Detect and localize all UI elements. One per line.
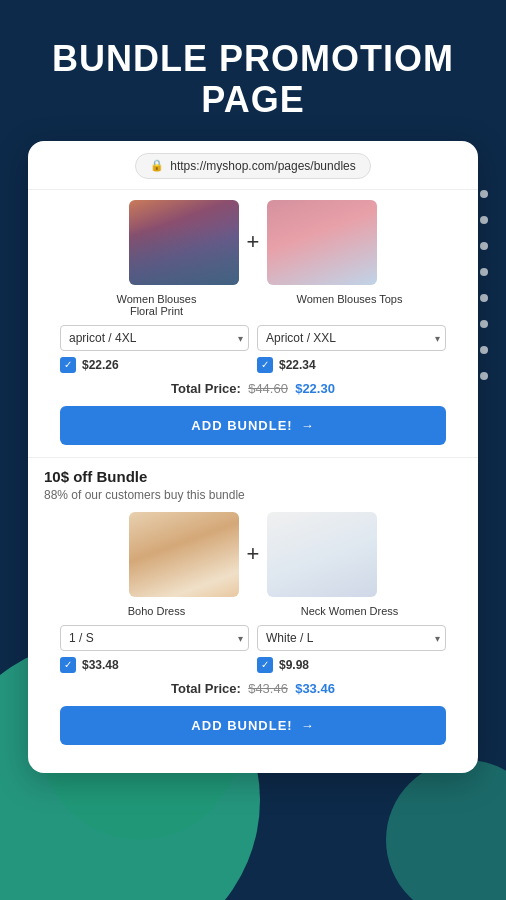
section-divider	[28, 457, 478, 458]
bundle1-product2-image	[267, 200, 377, 285]
bundle1-price1: $22.26	[82, 358, 119, 372]
bundle1-product-labels: Women Blouses Floral Print Women Blouses…	[60, 293, 446, 317]
bundle2-variant-row: 1 / S ▾ White / L ▾	[60, 625, 446, 651]
bundle1-variant1-wrap[interactable]: apricot / 4XL ▾	[60, 325, 249, 351]
lock-icon: 🔒	[150, 159, 164, 172]
plus-icon-1: +	[247, 229, 260, 255]
bundle2-price1: $33.48	[82, 658, 119, 672]
bundle1-price-item1: ✓ $22.26	[60, 357, 249, 373]
bundle2-discounted-price: $33.46	[295, 681, 335, 696]
bundle2-price-item2: ✓ $9.98	[257, 657, 446, 673]
bundle1-checkbox1[interactable]: ✓	[60, 357, 76, 373]
bundle2-variant1-wrap[interactable]: 1 / S ▾	[60, 625, 249, 651]
bundle1-button-label: ADD BUNDLE!	[191, 418, 292, 433]
bundle2-checkbox1[interactable]: ✓	[60, 657, 76, 673]
bundle2-button-label: ADD BUNDLE!	[191, 718, 292, 733]
bundle2-product-row: +	[60, 512, 446, 597]
bundle2-product-labels: Boho Dress Neck Women Dress	[60, 605, 446, 617]
bundle1-original-price: $44.60	[248, 381, 288, 396]
bundle1-variant1-select[interactable]: apricot / 4XL	[60, 325, 249, 351]
bundle1-product1-name: Women Blouses Floral Print	[102, 293, 212, 317]
bundle2-promo-sub: 88% of our customers buy this bundle	[44, 488, 462, 502]
bundle2-add-button[interactable]: ADD BUNDLE! →	[60, 706, 446, 745]
bundle2-product2-image	[267, 512, 377, 597]
plus-icon-2: +	[247, 541, 260, 567]
bundle1-discounted-price: $22.30	[295, 381, 335, 396]
bundle2-total: Total Price: $43.46 $33.46	[60, 681, 446, 696]
bundle1-variant-row: apricot / 4XL ▾ Apricot / XXL ▾	[60, 325, 446, 351]
bundle2-price-item1: ✓ $33.48	[60, 657, 249, 673]
bg-blob-3	[386, 760, 506, 900]
bundle2-variant2-wrap[interactable]: White / L ▾	[257, 625, 446, 651]
bundle1-checkbox2[interactable]: ✓	[257, 357, 273, 373]
bundle1-variant2-wrap[interactable]: Apricot / XXL ▾	[257, 325, 446, 351]
bundle1-product2-name: Women Blouses Tops	[295, 293, 405, 317]
bundle2-product1-image	[129, 512, 239, 597]
bundle2-promo-title: 10$ off Bundle	[44, 468, 462, 485]
bundle2-checkbox2[interactable]: ✓	[257, 657, 273, 673]
bundle2-price2: $9.98	[279, 658, 309, 672]
bundle2-product1-name: Boho Dress	[102, 605, 212, 617]
browser-card: 🔒 https://myshop.com/pages/bundles + Wom…	[28, 141, 478, 773]
bundle-2: + Boho Dress Neck Women Dress 1 / S ▾	[44, 512, 462, 745]
bundle1-product1-image	[129, 200, 239, 285]
dots-right	[480, 190, 488, 380]
bundle1-price-row: ✓ $22.26 ✓ $22.34	[60, 357, 446, 373]
bundle-1: + Women Blouses Floral Print Women Blous…	[44, 190, 462, 445]
page-title: BUNDLE PROMOTIOM PAGE	[0, 0, 506, 141]
bundle2-variant1-select[interactable]: 1 / S	[60, 625, 249, 651]
bundle2-promo-header: 10$ off Bundle 88% of our customers buy …	[44, 468, 462, 502]
bundle1-product-row: +	[60, 200, 446, 285]
bundle2-arrow-icon: →	[301, 718, 315, 733]
bundle2-original-price: $43.46	[248, 681, 288, 696]
url-text: https://myshop.com/pages/bundles	[170, 159, 355, 173]
bundle2-product2-name: Neck Women Dress	[295, 605, 405, 617]
bundle1-price2: $22.34	[279, 358, 316, 372]
bundle2-price-row: ✓ $33.48 ✓ $9.98	[60, 657, 446, 673]
card-content: + Women Blouses Floral Print Women Blous…	[28, 190, 478, 745]
bundle2-variant2-select[interactable]: White / L	[257, 625, 446, 651]
bundle1-price-item2: ✓ $22.34	[257, 357, 446, 373]
bundle1-total-label: Total Price:	[171, 381, 241, 396]
bundle1-variant2-select[interactable]: Apricot / XXL	[257, 325, 446, 351]
bundle1-arrow-icon: →	[301, 418, 315, 433]
address-box: 🔒 https://myshop.com/pages/bundles	[135, 153, 370, 179]
bundle1-total: Total Price: $44.60 $22.30	[60, 381, 446, 396]
bundle1-add-button[interactable]: ADD BUNDLE! →	[60, 406, 446, 445]
address-bar: 🔒 https://myshop.com/pages/bundles	[28, 141, 478, 190]
bundle2-total-label: Total Price:	[171, 681, 241, 696]
